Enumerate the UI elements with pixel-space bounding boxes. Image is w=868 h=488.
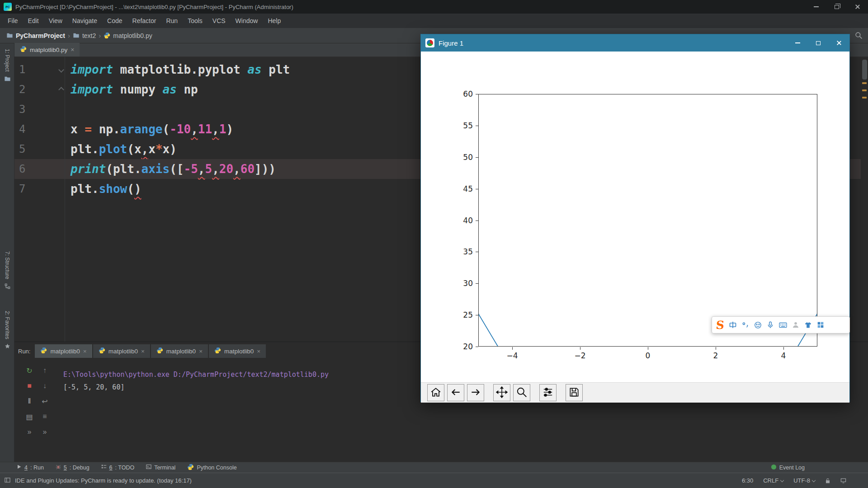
menu-file[interactable]: File — [3, 14, 23, 28]
warning-stripe-mark[interactable] — [862, 97, 867, 99]
tab-close-icon[interactable]: × — [199, 348, 203, 355]
menu-bar: FileEditViewNavigateCodeRefactorRunTools… — [0, 14, 868, 28]
editor-scrollbar[interactable] — [861, 57, 868, 342]
figure-titlebar[interactable]: Figure 1 — [421, 34, 849, 52]
configure-button[interactable] — [539, 384, 557, 401]
tool-window-switcher-bar: 4: Run5: Debug6: TODOTerminalPython Cons… — [0, 462, 868, 473]
warning-stripe-mark[interactable] — [862, 82, 867, 84]
tab-close-icon[interactable]: × — [83, 348, 87, 355]
menu-refactor[interactable]: Refactor — [127, 14, 161, 28]
tab-close-icon[interactable]: × — [141, 348, 145, 355]
back-button[interactable] — [447, 384, 464, 401]
home-button[interactable] — [427, 384, 444, 401]
tab-close-icon[interactable]: × — [257, 348, 260, 355]
menu-help[interactable]: Help — [263, 14, 286, 28]
pan-button[interactable] — [493, 384, 510, 401]
restore-button[interactable] — [826, 0, 847, 14]
code-token: import — [71, 83, 113, 96]
pause-button[interactable]: ‖ — [22, 394, 37, 409]
menu-view[interactable]: View — [44, 14, 67, 28]
sidebar-item-favorites[interactable]: 2: Favorites — [0, 311, 14, 351]
figure-canvas[interactable]: S 202530354045505560−4−2024 — [421, 52, 849, 382]
run-tab-matplotlib0[interactable]: matplotlib0× — [93, 344, 150, 358]
breadcrumb-item[interactable]: text2 — [73, 32, 96, 39]
search-everywhere-icon[interactable] — [855, 32, 863, 41]
x-tick-mark — [648, 347, 648, 350]
keyboard-icon[interactable] — [778, 320, 788, 329]
fold-marker[interactable] — [57, 88, 65, 92]
menu-vcs[interactable]: VCS — [208, 14, 231, 28]
menu-navigate[interactable]: Navigate — [67, 14, 102, 28]
figure-window[interactable]: Figure 1 S 202530354045505560−4−2024 — [420, 34, 850, 402]
line-separator-selector[interactable]: CRLF — [763, 477, 783, 484]
menu-edit[interactable]: Edit — [23, 14, 44, 28]
code-token: ])) — [255, 162, 276, 176]
code-text: import matplotlib.pyplot as plt — [65, 63, 290, 76]
breadcrumb-item[interactable]: PyCharmProject — [6, 32, 65, 39]
scrollbar-thumb[interactable] — [862, 60, 867, 80]
caret-position[interactable]: 6:30 — [742, 477, 753, 484]
menu-code[interactable]: Code — [102, 14, 127, 28]
event-log-button[interactable]: Event Log — [771, 464, 805, 471]
stop-button[interactable]: ■ — [22, 378, 37, 394]
fold-chevron-icon[interactable] — [58, 87, 64, 93]
up-button[interactable]: ↑ — [37, 363, 52, 378]
fold-chevron-icon[interactable] — [58, 67, 64, 73]
pycharm-logo-icon: PC — [4, 3, 12, 11]
line-number: 5 — [14, 143, 57, 155]
run-tab-matplotlib0[interactable]: matplotlib0× — [151, 344, 208, 358]
zoom-button[interactable] — [513, 384, 530, 401]
code-text: print(plt.axis([-5,5,20,60])) — [65, 162, 276, 176]
mode-chinese-icon[interactable] — [728, 320, 737, 329]
save-button[interactable] — [566, 384, 583, 401]
toolwindow-button-pythonconsole[interactable]: Python Console — [187, 464, 236, 472]
figure-minimize-button[interactable] — [787, 34, 808, 52]
fold-marker[interactable] — [57, 68, 65, 72]
minimize-button[interactable] — [806, 0, 826, 14]
person-icon[interactable] — [792, 321, 800, 329]
figure-maximize-button[interactable] — [808, 34, 829, 52]
more-right-button[interactable]: » — [37, 424, 52, 440]
skin-icon[interactable] — [804, 321, 812, 329]
sidebar-item-project[interactable]: 1: Project — [0, 49, 14, 84]
warning-stripe-mark[interactable] — [862, 89, 867, 91]
eventlog-icon — [771, 464, 777, 471]
down-button[interactable]: ↓ — [37, 378, 52, 394]
run-tab-matplotlib0[interactable]: matplotlib0× — [209, 344, 266, 358]
todo-icon — [101, 464, 107, 471]
more-left-button[interactable]: » — [22, 424, 37, 440]
x-tick-label: −4 — [502, 351, 522, 360]
sidebar-item-structure[interactable]: 7: Structure — [0, 251, 14, 291]
softwrap-button[interactable]: ↩ — [37, 394, 52, 409]
sogou-logo-icon[interactable]: S — [716, 319, 725, 331]
figure-close-button[interactable] — [829, 34, 849, 52]
tab-close-icon[interactable]: × — [71, 46, 74, 53]
menu-run[interactable]: Run — [161, 14, 183, 28]
forward-button[interactable] — [467, 384, 484, 401]
scroll-button[interactable]: ≡ — [37, 409, 52, 424]
rerun-button[interactable]: ↻ — [22, 363, 37, 378]
toolwindow-toggle-icon[interactable] — [5, 477, 10, 484]
menu-window[interactable]: Window — [231, 14, 263, 28]
toolwindow-button-6-todo[interactable]: 6: TODO — [101, 464, 135, 471]
x-tick-label: 2 — [706, 351, 726, 360]
punctuation-icon[interactable] — [741, 321, 750, 329]
emoji-icon[interactable] — [754, 321, 762, 329]
toolwindow-button-4-run[interactable]: 4: Run — [16, 464, 44, 471]
close-button[interactable] — [847, 0, 868, 14]
code-token: 5 — [205, 162, 212, 176]
editor-tab-matplotlib0[interactable]: matplotlib0.py × — [14, 43, 80, 56]
toolwindow-button-5-debug[interactable]: 5: Debug — [56, 464, 90, 471]
pan-icon — [496, 386, 508, 399]
toolwindow-button-terminal[interactable]: Terminal — [146, 464, 175, 471]
run-tab-matplotlib0[interactable]: matplotlib0× — [35, 344, 92, 358]
ime-toolbar[interactable]: S — [712, 316, 850, 333]
breadcrumb-item[interactable]: matplotlib0.py — [104, 32, 152, 39]
menu-tools[interactable]: Tools — [183, 14, 208, 28]
monitor-button[interactable]: ▤ — [22, 409, 37, 424]
readonly-lock-icon[interactable] — [825, 478, 830, 483]
encoding-selector[interactable]: UTF-8 — [793, 477, 815, 484]
highlighting-level-icon[interactable] — [840, 478, 846, 483]
toolbox-icon[interactable] — [816, 321, 825, 329]
microphone-icon[interactable] — [766, 321, 774, 329]
